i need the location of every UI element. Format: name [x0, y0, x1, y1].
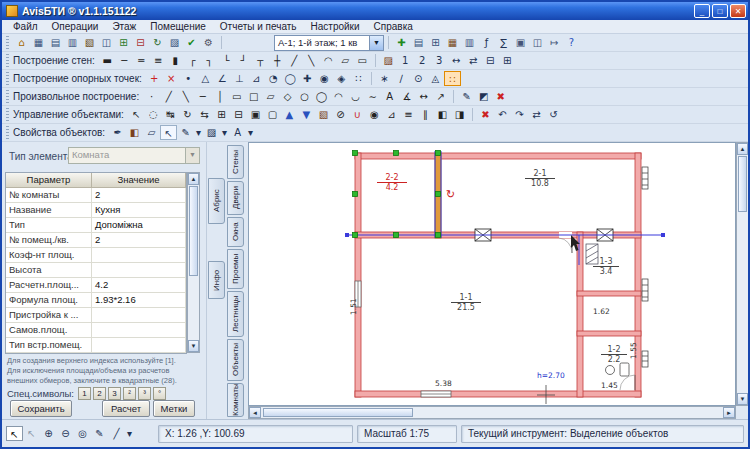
tab-objects[interactable]: Объекты: [227, 339, 244, 381]
symbol-3-button[interactable]: 3: [108, 387, 121, 400]
table-row[interactable]: Название Кухня: [6, 203, 186, 218]
wall-rect-icon[interactable]: ▭: [354, 53, 371, 68]
wall[interactable]: [355, 153, 361, 397]
value-cell[interactable]: [92, 323, 186, 338]
menu-settings[interactable]: Настройки: [304, 21, 367, 32]
point-x-icon[interactable]: ×: [163, 71, 180, 86]
bring-front-icon[interactable]: ◧: [434, 107, 451, 122]
free-dim-icon[interactable]: ↔: [415, 89, 432, 104]
wall-poly-icon[interactable]: ▱: [337, 53, 354, 68]
free-curve-icon[interactable]: ∼: [364, 89, 381, 104]
free-line-icon[interactable]: ╱: [160, 89, 177, 104]
wall-move-icon[interactable]: ↔: [448, 53, 465, 68]
tab-openings[interactable]: Проемы: [227, 249, 244, 289]
wall-num1-icon[interactable]: 1: [397, 53, 414, 68]
table-row[interactable]: Формула площ. 1.93*2.16: [6, 293, 186, 308]
table-row[interactable]: Самов.площ.: [6, 323, 186, 338]
line-width-dropdown-icon[interactable]: ▾: [125, 426, 134, 441]
tab-windows[interactable]: Окна: [227, 217, 244, 247]
align-icon[interactable]: ≡: [400, 107, 417, 122]
room-label[interactable]: 2-1 10.8: [525, 169, 555, 188]
maximize-button[interactable]: □: [712, 4, 728, 18]
scroll-track[interactable]: [413, 407, 723, 418]
free-square-icon[interactable]: □: [245, 89, 262, 104]
scroll-thumb[interactable]: [189, 186, 198, 276]
element-type-combo[interactable]: Комната ▼: [68, 147, 200, 164]
wall-split-icon[interactable]: ⊟: [482, 53, 499, 68]
free-diamond-icon[interactable]: ◇: [279, 89, 296, 104]
wall[interactable]: [577, 232, 583, 397]
wall-hatch-icon[interactable]: ▨: [380, 53, 397, 68]
brush-style-icon[interactable]: ▨: [203, 125, 220, 140]
wall-swap-icon[interactable]: ⇄: [465, 53, 482, 68]
scroll-down-icon[interactable]: ▼: [737, 393, 748, 405]
tab-walls[interactable]: Стены: [227, 145, 244, 179]
scale-icon[interactable]: ⊿: [383, 107, 400, 122]
apply-icon[interactable]: ✔: [183, 35, 200, 50]
table-row[interactable]: Коэф-нт площ.: [6, 248, 186, 263]
table-row[interactable]: Пристройка к ...: [6, 308, 186, 323]
room-label[interactable]: 1-3 3.4: [593, 257, 619, 276]
wall-diag2-icon[interactable]: ╲: [303, 53, 320, 68]
toolbar-grip[interactable]: [6, 108, 9, 121]
point-grid-icon[interactable]: ∷: [350, 71, 367, 86]
point-angle-icon[interactable]: ∠: [214, 71, 231, 86]
pin-icon[interactable]: ◉: [366, 107, 383, 122]
select-alt-tool-icon[interactable]: ↖: [23, 426, 40, 441]
font-style-dropdown-icon[interactable]: ▾: [246, 125, 255, 140]
toolbar-grip[interactable]: [6, 126, 9, 139]
zoom-window-icon[interactable]: ◎: [74, 426, 91, 441]
selection-endpoint[interactable]: [345, 233, 349, 237]
exit-icon[interactable]: ⌂: [13, 35, 30, 50]
value-cell[interactable]: 2: [92, 233, 186, 248]
room-label[interactable]: 1-2 2.2: [601, 345, 627, 364]
wall-thick-icon[interactable]: ▬: [99, 53, 116, 68]
wall[interactable]: [635, 153, 641, 397]
menu-floor[interactable]: Этаж: [105, 21, 143, 32]
snap-grid-icon[interactable]: ∷: [444, 71, 461, 86]
premises-list-icon[interactable]: ▥: [64, 35, 81, 50]
wall-arc-icon[interactable]: ◠: [320, 53, 337, 68]
toolbar-grip[interactable]: [6, 54, 9, 67]
symbol-2-button[interactable]: 2: [93, 387, 106, 400]
table-row[interactable]: Тип Допоміжна: [6, 218, 186, 233]
paste-object-icon[interactable]: ⊟: [230, 107, 247, 122]
refresh-view-icon[interactable]: ↺: [545, 107, 562, 122]
selection-endpoint[interactable]: [661, 233, 665, 237]
value-column-header[interactable]: Значение: [92, 173, 186, 188]
point-cross-icon[interactable]: ✚: [299, 71, 316, 86]
scroll-right-icon[interactable]: ►: [723, 407, 735, 418]
layers-icon[interactable]: ▧: [81, 35, 98, 50]
scroll-up-icon[interactable]: ▲: [737, 143, 748, 155]
symbol-1-button[interactable]: 1: [78, 387, 91, 400]
save-button[interactable]: Сохранить: [10, 400, 72, 417]
pen-color-icon[interactable]: ✒: [109, 125, 126, 140]
pen-style-dropdown-icon[interactable]: ▾: [194, 125, 203, 140]
vertical-scrollbar[interactable]: ▲ ▼: [736, 142, 749, 406]
tab-rooms[interactable]: Комнаты: [227, 383, 244, 417]
minimize-button[interactable]: _: [694, 4, 710, 18]
close-button[interactable]: ✕: [730, 4, 746, 18]
scroll-up-icon[interactable]: ▲: [188, 173, 199, 185]
layer-object-icon[interactable]: ▧: [315, 107, 332, 122]
vent-grille-icon[interactable]: [642, 279, 648, 301]
wall-vertical-icon[interactable]: ▮: [167, 53, 184, 68]
value-cell[interactable]: 1.93*2.16: [92, 293, 186, 308]
door-icon[interactable]: [620, 375, 635, 390]
free-hline-icon[interactable]: ─: [194, 89, 211, 104]
mirror-icon[interactable]: ⇆: [196, 107, 213, 122]
measure-tool-icon[interactable]: ✎: [91, 426, 108, 441]
point-ruler-icon[interactable]: ∕: [393, 71, 410, 86]
value-cell[interactable]: 4.2: [92, 278, 186, 293]
tab-stairs[interactable]: Лестницы: [227, 291, 244, 337]
point-measure-icon[interactable]: ⊿: [248, 71, 265, 86]
free-arc2-icon[interactable]: ◡: [347, 89, 364, 104]
lock-icon[interactable]: ⊘: [332, 107, 349, 122]
scroll-thumb[interactable]: [738, 156, 747, 212]
wall-thin-icon[interactable]: ─: [116, 53, 133, 68]
new-floor-icon[interactable]: ✚: [393, 35, 410, 50]
floor-props-icon[interactable]: ▤: [410, 35, 427, 50]
table-row[interactable]: № комнаты 2: [6, 188, 186, 203]
fixture-icon[interactable]: [606, 366, 615, 375]
free-point-icon[interactable]: ·: [143, 89, 160, 104]
